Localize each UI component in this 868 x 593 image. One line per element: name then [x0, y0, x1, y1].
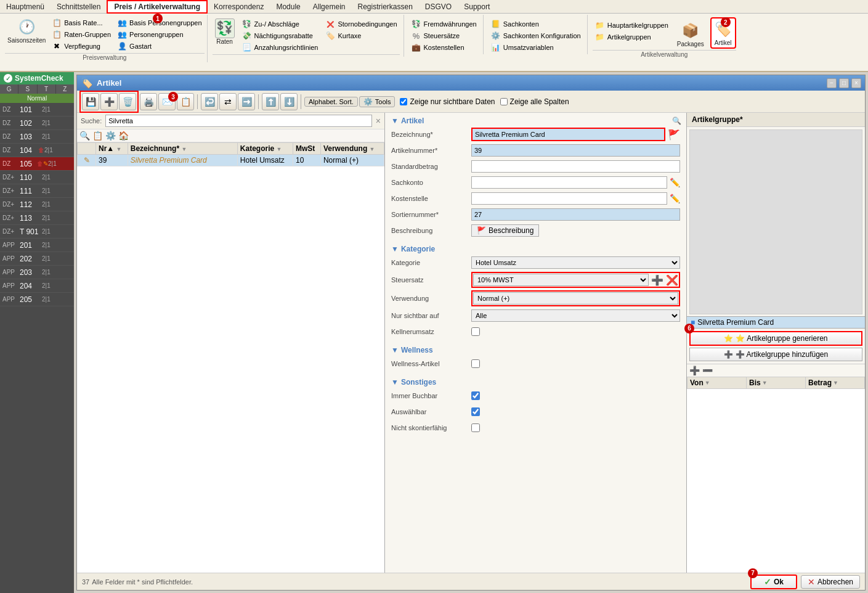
sonstiges-section-header[interactable]: ▼ Sonstiges: [391, 378, 680, 386]
room-t901[interactable]: DZ+T 9012|1: [0, 225, 74, 239]
immer-buchbar-checkbox[interactable]: [471, 391, 480, 400]
panel-search-icon[interactable]: 🔍: [672, 117, 681, 125]
ribbon-kostenstellen[interactable]: 💼Kostenstellen: [409, 42, 479, 53]
ribbon-sachkonten-konfiguration[interactable]: ⚙️Sachkonten Konfiguration: [489, 30, 583, 41]
room-110[interactable]: DZ+1102|1: [0, 171, 74, 184]
ribbon-stornobedingungen[interactable]: ❌Stornobedingungen: [323, 18, 399, 30]
maximize-button[interactable]: □: [839, 78, 849, 88]
ribbon-hauptartikelgruppen[interactable]: 📁Hauptartikelgruppen: [593, 20, 671, 31]
ribbon-fremdwaehrungen[interactable]: 💱Fremdwährungen: [409, 18, 479, 30]
sc-tab-t[interactable]: T: [38, 84, 56, 94]
tools-button[interactable]: ⚙️ Tools: [359, 96, 395, 107]
menu-module[interactable]: Module: [270, 1, 306, 12]
view-icon[interactable]: 📋: [92, 131, 103, 141]
col-mwst[interactable]: MwSt: [293, 143, 320, 155]
col-nr[interactable]: Nr▲ ▼: [96, 143, 128, 155]
up-button[interactable]: ⬆️: [262, 93, 279, 110]
menu-allgemein[interactable]: Allgemein: [307, 1, 352, 12]
steuersatz-add-icon[interactable]: ➕: [651, 274, 663, 286]
room-102[interactable]: DZ1022|1: [0, 117, 74, 130]
ribbon-naechtigungsrabatte[interactable]: 💸Nächtigungsrabatte: [240, 30, 321, 41]
sc-tab-z[interactable]: Z: [56, 84, 74, 94]
menu-support[interactable]: Support: [458, 1, 496, 12]
show-visible-checkbox[interactable]: Zeige nur sichtbare Daten: [400, 97, 495, 106]
col-kategorie[interactable]: Kategorie ▼: [237, 143, 293, 155]
ribbon-personengruppen[interactable]: 👥 Personengruppen: [115, 29, 204, 40]
kategorie-section-header[interactable]: ▼ Kategorie: [391, 245, 680, 253]
menu-korrespondenz[interactable]: Korrespondenz: [208, 1, 270, 12]
verwendung-select[interactable]: Normal (+): [473, 292, 678, 305]
kostenstelle-edit-icon[interactable]: ✏️: [670, 194, 680, 203]
ribbon-verpflegung[interactable]: ✖ Verpflegung: [49, 41, 113, 52]
ribbon-anzahlungsrichtlinien[interactable]: 📃Anzahlungsrichtlinien: [240, 42, 321, 53]
ag-col-betrag[interactable]: Betrag▼: [806, 377, 864, 388]
menu-hauptmenu[interactable]: Hauptmenü: [0, 1, 51, 12]
ag-remove-icon[interactable]: ➖: [702, 366, 713, 375]
forward-button[interactable]: ➡️: [238, 93, 255, 110]
abbrechen-button[interactable]: ✕ Abbrechen: [801, 575, 860, 589]
room-104[interactable]: DZ104🗑2|1: [0, 144, 74, 157]
col-verwendung[interactable]: Verwendung ▼: [320, 143, 384, 155]
nur-sichtbar-select[interactable]: Alle: [471, 309, 680, 322]
ribbon-saisonszeiten[interactable]: 🕐 Saisonszeiten: [5, 16, 48, 45]
menu-preis-artikelverwaltung[interactable]: Preis / Artikelverwaltung: [107, 0, 208, 14]
undo-button[interactable]: ↩️: [201, 93, 218, 110]
ribbon-artikel[interactable]: 2 🏷️ Artikel: [710, 17, 736, 49]
room-203[interactable]: APP2032|1: [0, 266, 74, 279]
room-202[interactable]: APP2022|1: [0, 252, 74, 266]
minimize-button[interactable]: −: [827, 78, 837, 88]
sachkonto-edit-icon[interactable]: ✏️: [670, 178, 680, 187]
home-icon[interactable]: 🏠: [118, 131, 129, 141]
wellness-section-header[interactable]: ▼ Wellness: [391, 346, 680, 354]
close-button[interactable]: ×: [851, 78, 861, 88]
ag-col-bis[interactable]: Bis▼: [747, 377, 806, 388]
ribbon-artikelgruppen[interactable]: 📁Artikelgruppen: [593, 31, 671, 43]
ribbon-umsatzvariablen[interactable]: 📊Umsatzvariablen: [489, 42, 583, 53]
wellness-artikel-checkbox[interactable]: [471, 359, 480, 368]
ribbon-packages[interactable]: 📦 Packages: [675, 20, 707, 49]
auswahlbar-checkbox[interactable]: [471, 407, 480, 416]
room-205[interactable]: APP2052|1: [0, 293, 74, 306]
beschreibung-button[interactable]: 🚩 Beschreibung: [471, 224, 539, 237]
steuersatz-remove-icon[interactable]: ❌: [666, 274, 678, 286]
sachkonto-input[interactable]: [471, 176, 667, 189]
room-103[interactable]: DZ1032|1: [0, 130, 74, 144]
down-button[interactable]: ⬇️: [280, 93, 298, 110]
show-all-columns-checkbox[interactable]: Zeige alle Spalten: [500, 97, 569, 106]
save-button[interactable]: 💾: [82, 93, 99, 110]
artikelgruppe-hinzufuegen-button[interactable]: ➕ ➕ Artikelgruppe hinzufügen: [689, 348, 862, 361]
menu-dsgvo[interactable]: DSGVO: [419, 1, 458, 12]
ag-add-icon[interactable]: ➕: [689, 366, 700, 375]
room-112[interactable]: DZ+1122|1: [0, 198, 74, 211]
standardbetrag-input[interactable]: [471, 160, 680, 173]
artikelgruppe-generieren-button[interactable]: ⭐ ⭐ Artikelgruppe generieren: [689, 331, 862, 346]
copy-button[interactable]: 📋: [177, 93, 194, 110]
kellnerumsatz-checkbox[interactable]: [471, 327, 480, 336]
print-button[interactable]: 🖨️: [140, 93, 157, 110]
ribbon-zu-abschlaege[interactable]: 💱Zu-/ Abschläge: [240, 18, 321, 30]
menu-schnittstellen[interactable]: Schnittstellen: [51, 1, 107, 12]
artikelnummer-input[interactable]: [471, 144, 680, 157]
sc-tab-s[interactable]: S: [18, 84, 37, 94]
ribbon-raten-gruppen[interactable]: 📋 Raten-Gruppen: [49, 29, 113, 40]
room-105[interactable]: DZ105🗑✎2|1: [0, 157, 74, 171]
steuersatz-select[interactable]: 10% MWST: [473, 274, 649, 286]
sc-tab-g[interactable]: G: [0, 84, 18, 94]
alphabet-sort-button[interactable]: Alphabet. Sort.: [304, 97, 358, 107]
ribbon-basis-rate[interactable]: 📋 Basis Rate...: [49, 17, 113, 28]
table-row[interactable]: ✎ 39 Silvretta Premium Card Hotel Umsatz…: [78, 155, 384, 166]
ribbon-sachkonten[interactable]: 📒Sachkonten: [489, 18, 583, 30]
room-204[interactable]: APP2042|1: [0, 279, 74, 293]
ribbon-steuersaetze[interactable]: %Steuersätze: [409, 30, 479, 41]
ag-col-von[interactable]: Von▼: [688, 377, 747, 388]
add-button[interactable]: ➕: [100, 93, 118, 110]
menu-registrierkassen[interactable]: Registrierkassen: [351, 1, 418, 12]
bezeichnung-input[interactable]: [471, 128, 665, 141]
delete-button[interactable]: 🗑️: [119, 93, 136, 110]
room-111[interactable]: DZ+1112|1: [0, 184, 74, 198]
room-113[interactable]: DZ+1132|1: [0, 211, 74, 225]
search-close-icon[interactable]: ×: [376, 116, 381, 126]
sortiernummer-input[interactable]: [471, 208, 680, 221]
artikel-section-header[interactable]: ▼ Artikel: [391, 117, 680, 125]
zoom-icon[interactable]: 🔍: [79, 131, 90, 141]
